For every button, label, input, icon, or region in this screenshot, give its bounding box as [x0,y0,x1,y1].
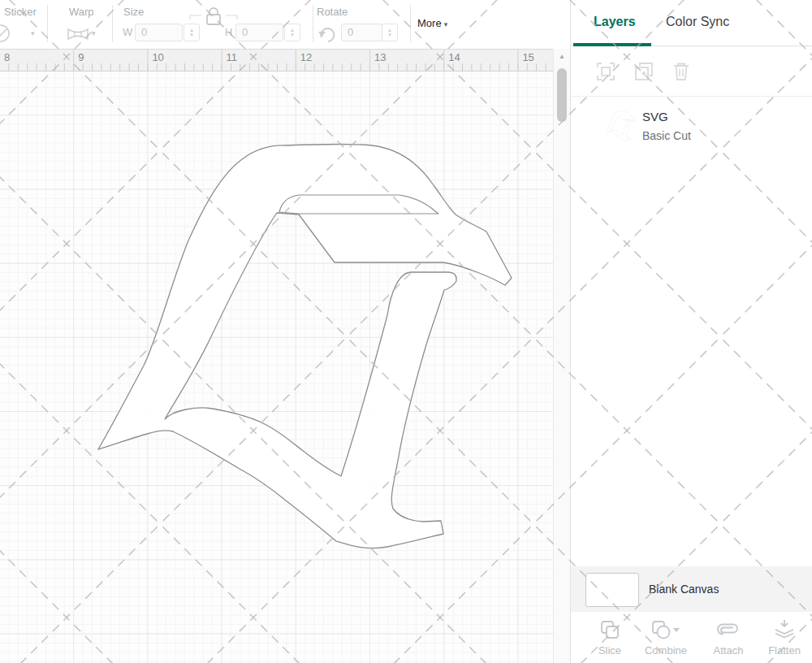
layer-row-svg[interactable]: SVG Basic Cut [571,104,812,150]
size-section-label: Size [123,6,144,18]
sticker-section-label: Sticker [4,6,37,18]
tab-color-sync[interactable]: Color Sync [666,15,729,29]
flatten-button[interactable]: Flatten [758,618,810,656]
multi-select-icon[interactable] [595,61,616,82]
design-canvas[interactable] [0,72,553,663]
panel-divider [571,96,812,97]
layers-panel: Layers Color Sync [570,0,812,663]
edit-toolbar: Sticker ▾ Warp ▾ Size W 0 ▲▼ H 0 ▲▼ Rota… [0,0,570,49]
active-tab-underline [573,43,651,46]
width-input[interactable]: 0 [135,24,183,41]
toolbar-divider [112,5,113,42]
width-stepper[interactable]: ▲▼ [184,24,200,41]
layer-actions-row [571,57,812,89]
attach-button[interactable]: Attach [702,618,754,656]
height-stepper[interactable]: ▲▼ [284,24,300,41]
ruler-number: 15 [522,51,533,63]
tab-layers[interactable]: Layers [594,15,636,29]
delete-icon[interactable] [671,61,692,82]
panel-tabs: Layers Color Sync [571,0,812,46]
flatten-icon [758,618,810,641]
rotate-icon[interactable] [317,24,337,44]
warp-dropdown-caret-icon[interactable]: ▾ [92,29,96,37]
duplicate-icon[interactable] [633,61,654,82]
combine-button[interactable]: Combine [640,618,692,656]
ruler-number: 12 [300,51,312,63]
offset-icon[interactable] [0,24,18,44]
width-field-label: W [123,26,132,38]
rotate-input[interactable]: 0 [341,24,382,41]
scrollbar-thumb[interactable] [557,68,567,122]
height-field-label: H [225,26,232,38]
warp-icon[interactable] [67,26,89,42]
rotate-stepper[interactable]: ▲▼ [382,24,398,41]
ruler-number: 14 [448,51,460,63]
horizontal-ruler: 89101112131415 [0,49,553,72]
ruler-number: 13 [374,51,386,63]
blank-canvas-thumbnail [585,573,639,607]
ruler-number: 11 [227,51,238,63]
ruler-number: 10 [152,51,163,63]
canvas-vertical-scrollbar[interactable]: ▲ [553,49,570,663]
attach-icon [702,618,754,641]
toolbar-divider [313,5,313,42]
toolbar-divider [410,5,411,42]
layer-title: SVG [642,110,668,124]
sticker-dropdown-caret-icon[interactable]: ▾ [31,29,35,37]
lock-icon[interactable] [188,5,239,26]
warp-section-label: Warp [69,6,94,18]
toolbar-divider [47,5,48,42]
layer-subtitle: Basic Cut [642,129,691,142]
combine-icon [640,618,692,641]
slice-icon [584,618,636,641]
scroll-up-arrow-icon[interactable]: ▲ [554,53,570,60]
ruler-number: 8 [4,51,10,63]
blank-canvas-row[interactable]: Blank Canvas [571,566,812,612]
rotate-section-label: Rotate [317,6,348,18]
layer-tools-bar: Slice Combine Attach [571,612,812,663]
more-caret-icon: ▾ [444,20,448,28]
slice-button[interactable]: Slice [584,618,636,656]
ruler-number: 9 [78,51,84,63]
height-input[interactable]: 0 [235,24,283,41]
cricut-design-space-window: Sticker ▾ Warp ▾ Size W 0 ▲▼ H 0 ▲▼ Rota… [0,0,812,663]
more-button[interactable]: More▾ [417,17,447,29]
layer-thumbnail [607,109,639,145]
blank-canvas-label: Blank Canvas [649,583,719,596]
